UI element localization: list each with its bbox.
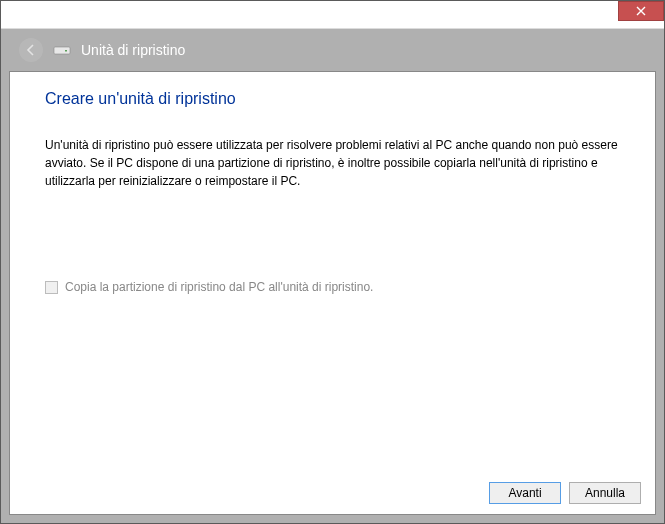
header-title: Unità di ripristino — [81, 42, 185, 58]
next-button[interactable]: Avanti — [489, 482, 561, 504]
wizard-main: Creare un'unità di ripristino Un'unità d… — [10, 72, 655, 470]
cancel-button[interactable]: Annulla — [569, 482, 641, 504]
page-title: Creare un'unità di ripristino — [45, 90, 620, 108]
back-arrow-icon — [24, 43, 38, 57]
wizard-header: Unità di ripristino — [1, 29, 664, 71]
copy-partition-checkbox — [45, 281, 58, 294]
back-button — [19, 38, 43, 62]
wizard-footer: Avanti Annulla — [10, 470, 655, 514]
close-icon — [636, 6, 646, 16]
close-button[interactable] — [618, 1, 664, 21]
wizard-content: Creare un'unità di ripristino Un'unità d… — [9, 71, 656, 515]
page-description: Un'unità di ripristino può essere utiliz… — [45, 136, 620, 190]
titlebar — [1, 1, 664, 29]
drive-icon — [53, 44, 71, 56]
copy-partition-label: Copia la partizione di ripristino dal PC… — [65, 280, 373, 294]
svg-rect-0 — [54, 47, 70, 54]
svg-rect-1 — [65, 50, 67, 52]
content-wrap: Creare un'unità di ripristino Un'unità d… — [1, 71, 664, 523]
copy-partition-row: Copia la partizione di ripristino dal PC… — [45, 280, 620, 294]
